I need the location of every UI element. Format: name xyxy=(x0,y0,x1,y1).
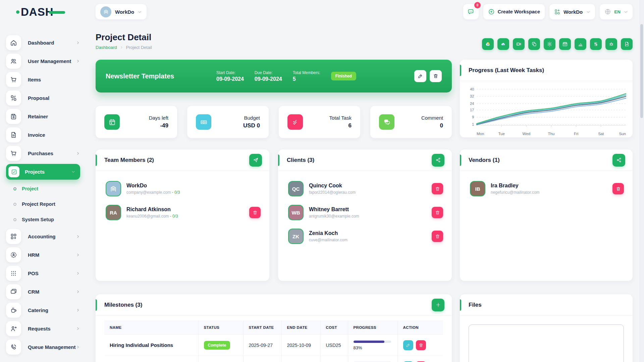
edit-project-button[interactable] xyxy=(414,70,426,82)
column-header: COST xyxy=(320,320,348,335)
progress-line-chart: 4032241791MonTueWedThuFriSatSun xyxy=(463,84,629,137)
gdrive-button[interactable] xyxy=(482,38,494,50)
member-tasks: - 0/3 xyxy=(170,214,178,219)
app-logo[interactable]: DASH xyxy=(0,0,86,24)
messages-button[interactable]: 0 xyxy=(463,4,479,19)
sidebar-subitem-project[interactable]: Project xyxy=(6,181,80,196)
language-code: EN xyxy=(614,9,621,14)
workspace-switcher[interactable]: WorkDo xyxy=(96,4,147,19)
invite-member-button[interactable] xyxy=(249,154,262,167)
remove-member-button[interactable] xyxy=(432,231,443,242)
svg-text:1: 1 xyxy=(472,122,474,126)
delete-milestone-button[interactable] xyxy=(416,340,426,350)
page-scrollbar[interactable] xyxy=(639,0,644,362)
pos-icon xyxy=(6,266,21,281)
language-dropdown[interactable]: EN xyxy=(600,4,633,19)
table-row: Communication Updates Incomplete 2025-10… xyxy=(104,356,443,362)
sidebar-item-dashboard[interactable]: Dashboard xyxy=(6,34,80,52)
file-dropzone[interactable]: Drop files here to upload xyxy=(469,324,624,362)
edit-milestone-button[interactable] xyxy=(403,340,413,350)
delete-project-button[interactable] xyxy=(430,70,442,82)
vendors-card: Vendors (1) IB Ira Bradley negefuricu@ma… xyxy=(460,149,633,281)
calendar-button[interactable] xyxy=(559,38,571,50)
sidebar-item-label: Dashboard xyxy=(28,40,54,46)
add-milestone-button[interactable] xyxy=(432,299,444,311)
milestones-title: Milestones (3) xyxy=(104,302,142,308)
sidebar-item-label: CRM xyxy=(28,289,39,295)
list-item: QC Quincy Cook fapor22014@oglerau.com xyxy=(288,181,443,196)
sidebar-item-purchases[interactable]: Purchases xyxy=(6,144,80,163)
sidebar-item-user-management[interactable]: User Management xyxy=(6,52,80,70)
list-item: IB Ira Bradley negefuricu@mailinator.com xyxy=(470,181,624,196)
sidebar-item-invoice[interactable]: Invoice xyxy=(6,126,80,144)
remove-member-button[interactable] xyxy=(432,207,443,218)
avatar: WB xyxy=(288,205,304,220)
avatar: RA xyxy=(106,205,121,220)
stat-value: USD 0 xyxy=(243,122,260,129)
sidebar-item-items[interactable]: Items xyxy=(6,70,80,89)
sidebar-item-accounting[interactable]: Accounting xyxy=(6,227,80,246)
svg-text:Thu: Thu xyxy=(548,132,555,136)
create-workspace-button[interactable]: Create Workspace xyxy=(483,4,545,19)
bar-chart-button[interactable] xyxy=(575,38,586,50)
sidebar-item-retainer[interactable]: Retainer xyxy=(6,107,80,126)
stat-value: 0 xyxy=(421,122,443,129)
svg-text:Sat: Sat xyxy=(598,132,604,136)
remove-member-button[interactable] xyxy=(612,183,624,194)
chevron-right-icon xyxy=(76,234,80,239)
copy-button[interactable] xyxy=(528,38,540,50)
remove-member-button[interactable] xyxy=(249,207,261,218)
remove-member-button[interactable] xyxy=(432,183,443,194)
share-vendors-button[interactable] xyxy=(612,154,625,167)
video-camera-button[interactable] xyxy=(513,38,525,50)
clients-title: Clients (3) xyxy=(287,157,314,164)
total-members-value: 5 xyxy=(293,76,320,82)
sidebar-item-requests[interactable]: Requests xyxy=(6,319,80,338)
sidebar-item-projects[interactable]: Projects xyxy=(6,164,80,180)
chevron-right-icon xyxy=(76,326,80,331)
phone-icon xyxy=(6,340,21,355)
scrollbar-thumb[interactable] xyxy=(640,24,643,118)
sidebar-item-catering[interactable]: Catering xyxy=(6,301,80,319)
due-date-value: 09-09-2024 xyxy=(255,76,282,82)
building-icon xyxy=(100,6,111,17)
project-status-badge: Finished xyxy=(331,72,356,80)
team-members-title: Team Members (2) xyxy=(104,157,154,164)
chevron-right-icon xyxy=(76,345,80,349)
sidebar-item-pos[interactable]: POS xyxy=(6,264,80,283)
gear-button[interactable] xyxy=(544,38,555,50)
stat-label: Comment xyxy=(421,115,443,121)
file-report-button[interactable] xyxy=(621,38,633,50)
sidebar-item-queue-management[interactable]: Queue Management xyxy=(6,338,80,356)
workspace-name: WorkDo xyxy=(115,9,134,15)
invoice-icon xyxy=(6,127,21,142)
chevron-right-icon xyxy=(76,59,80,63)
column-header: NAME xyxy=(104,320,198,335)
share-clients-button[interactable] xyxy=(432,154,444,167)
messages-badge: 0 xyxy=(474,2,481,8)
svg-text:9: 9 xyxy=(472,115,474,119)
topbar: WorkDo 0 Create Workspace WorkDo EN xyxy=(96,0,633,23)
accounting-icon xyxy=(6,229,21,244)
svg-text:40: 40 xyxy=(470,87,474,91)
sidebar-subitem-system-setup[interactable]: System Setup xyxy=(6,212,80,227)
breadcrumb-dashboard-link[interactable]: Dashboard xyxy=(96,45,117,50)
onedrive-button[interactable] xyxy=(497,38,509,50)
chevron-right-icon xyxy=(76,41,80,45)
sidebar-item-label: Retainer xyxy=(28,114,48,119)
sidebar-item-crm[interactable]: CRM xyxy=(6,283,80,301)
calendar-stat-icon xyxy=(104,114,120,130)
bug-button[interactable] xyxy=(605,38,617,50)
milestones-card: Milestones (3) NAMESTATUSSTART DATEEND D… xyxy=(96,294,452,362)
plus-circle-icon xyxy=(488,8,495,15)
sidebar-item-hrm[interactable]: HRM xyxy=(6,246,80,264)
sidebar-item-proposal[interactable]: Proposal xyxy=(6,89,80,107)
catering-icon xyxy=(6,303,21,318)
chevron-down-icon xyxy=(138,10,142,14)
member-name: Richard Atkinson xyxy=(126,206,178,213)
sliders-button[interactable] xyxy=(590,38,602,50)
sidebar-subitem-project-report[interactable]: Project Report xyxy=(6,196,80,212)
banknote-icon xyxy=(196,114,211,130)
stat-value: -49 xyxy=(149,122,168,129)
workspace-dropdown[interactable]: WorkDo xyxy=(549,4,595,19)
